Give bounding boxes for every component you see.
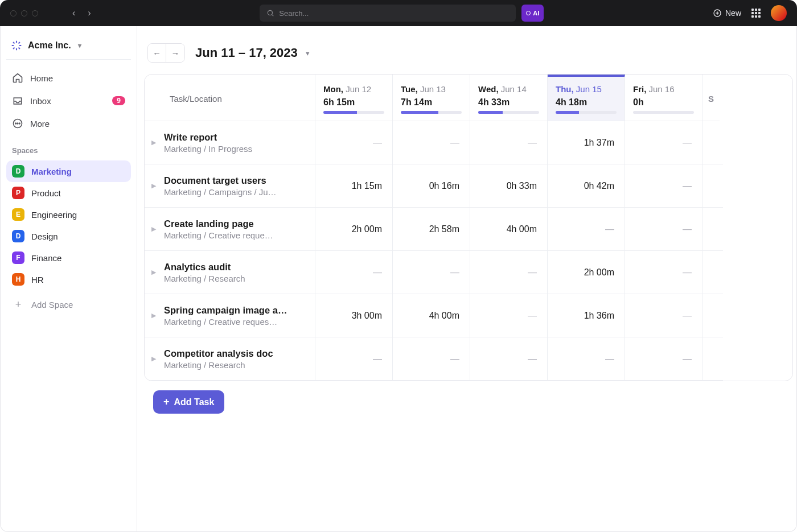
time-cell[interactable]: 2h 58m bbox=[393, 208, 470, 251]
search-input[interactable]: Search... bbox=[260, 5, 516, 22]
expand-icon[interactable]: ▶ bbox=[151, 139, 159, 146]
time-cell-overflow bbox=[702, 208, 723, 251]
time-cell[interactable]: 2h 00m bbox=[315, 208, 393, 251]
time-cell[interactable]: 2h 00m bbox=[548, 251, 625, 294]
task-cell[interactable]: ▶Analytics auditMarketing / Research bbox=[145, 251, 315, 294]
time-cell[interactable]: — bbox=[548, 337, 625, 381]
time-cell[interactable]: — bbox=[625, 251, 702, 294]
space-item-marketing[interactable]: DMarketing bbox=[6, 160, 131, 182]
task-cell[interactable]: ▶Competitor analysis docMarketing / Rese… bbox=[145, 337, 315, 381]
day-total: 6h 15m bbox=[323, 97, 384, 108]
space-item-product[interactable]: PProduct bbox=[6, 182, 131, 204]
time-cell[interactable]: — bbox=[315, 337, 393, 381]
add-task-button[interactable]: + Add Task bbox=[153, 390, 224, 414]
time-cell[interactable]: — bbox=[315, 121, 393, 164]
time-cell[interactable]: 0h 42m bbox=[548, 164, 625, 208]
plus-icon: + bbox=[12, 298, 24, 311]
task-cell[interactable]: ▶Document target usersMarketing / Campai… bbox=[145, 164, 315, 208]
space-item-design[interactable]: DDesign bbox=[6, 225, 131, 247]
nav-home[interactable]: Home bbox=[6, 68, 131, 88]
task-cell[interactable]: ▶Create landing pageMarketing / Creative… bbox=[145, 208, 315, 251]
time-cell[interactable]: — bbox=[393, 121, 470, 164]
ai-button[interactable]: AI bbox=[521, 5, 544, 22]
time-cell[interactable]: — bbox=[625, 337, 702, 381]
task-name: Spring campaign image a… bbox=[164, 305, 287, 316]
day-column-header[interactable]: Tue, Jun 137h 14m bbox=[393, 75, 470, 121]
time-cell[interactable]: — bbox=[625, 164, 702, 208]
task-cell[interactable]: ▶Spring campaign image a…Marketing / Cre… bbox=[145, 294, 315, 337]
chevron-down-icon[interactable]: ▾ bbox=[306, 49, 310, 57]
expand-icon[interactable]: ▶ bbox=[151, 182, 159, 189]
time-cell[interactable]: — bbox=[470, 337, 548, 381]
svg-line-8 bbox=[19, 48, 20, 49]
nav-more[interactable]: More bbox=[6, 113, 131, 134]
time-cell[interactable]: — bbox=[548, 208, 625, 251]
search-placeholder: Search... bbox=[279, 9, 309, 18]
time-cell[interactable]: — bbox=[625, 294, 702, 337]
workspace-switcher[interactable]: Acme Inc. ▾ bbox=[6, 36, 131, 60]
task-row: ▶Write reportMarketing / In Progress———1… bbox=[145, 121, 792, 164]
svg-point-15 bbox=[17, 123, 18, 124]
traffic-minimize[interactable] bbox=[21, 10, 27, 17]
svg-line-1 bbox=[272, 15, 274, 17]
expand-icon[interactable]: ▶ bbox=[151, 355, 159, 362]
day-column-header[interactable]: Fri, Jun 160h bbox=[625, 75, 702, 121]
task-path: Marketing / In Progress bbox=[164, 144, 252, 154]
day-progress-bar bbox=[323, 111, 384, 114]
avatar[interactable] bbox=[771, 5, 787, 21]
expand-icon[interactable]: ▶ bbox=[151, 269, 159, 276]
time-cell[interactable]: 1h 36m bbox=[548, 294, 625, 337]
task-path: Marketing / Creative reques… bbox=[164, 317, 287, 327]
day-total: 7h 14m bbox=[401, 97, 462, 108]
time-cell[interactable]: 3h 00m bbox=[315, 294, 393, 337]
time-cell[interactable]: — bbox=[315, 251, 393, 294]
space-item-hr[interactable]: HHR bbox=[6, 269, 131, 290]
expand-icon[interactable]: ▶ bbox=[151, 312, 159, 319]
task-row: ▶Spring campaign image a…Marketing / Cre… bbox=[145, 294, 792, 337]
time-cell[interactable]: — bbox=[625, 121, 702, 164]
time-cell[interactable]: — bbox=[470, 251, 548, 294]
time-cell[interactable]: — bbox=[625, 208, 702, 251]
time-cell[interactable]: 1h 15m bbox=[315, 164, 393, 208]
time-cell[interactable]: — bbox=[470, 121, 548, 164]
space-badge: D bbox=[12, 165, 24, 178]
day-column-header[interactable]: Thu, Jun 154h 18m bbox=[548, 75, 625, 121]
back-button[interactable]: ‹ bbox=[72, 8, 75, 18]
day-progress-bar bbox=[478, 111, 539, 114]
time-cell[interactable]: 0h 33m bbox=[470, 164, 548, 208]
workspace-name: Acme Inc. bbox=[28, 40, 71, 51]
traffic-close[interactable] bbox=[10, 10, 17, 17]
traffic-maximize[interactable] bbox=[32, 10, 38, 17]
add-space-button[interactable]: + Add Space bbox=[6, 292, 131, 316]
nav-inbox-label: Inbox bbox=[30, 96, 51, 106]
expand-icon[interactable]: ▶ bbox=[151, 225, 159, 233]
time-cell[interactable]: 4h 00m bbox=[470, 208, 548, 251]
day-total: 4h 33m bbox=[478, 97, 539, 108]
spaces-section-label: Spaces bbox=[6, 136, 131, 158]
space-item-finance[interactable]: FFinance bbox=[6, 247, 131, 269]
task-name: Create landing page bbox=[164, 218, 273, 229]
space-label: HR bbox=[31, 275, 44, 284]
day-column-header[interactable]: Mon, Jun 126h 15m bbox=[315, 75, 393, 121]
nav-inbox[interactable]: Inbox 9 bbox=[6, 90, 131, 111]
titlebar: ‹ › Search... AI New bbox=[0, 0, 797, 26]
inbox-badge: 9 bbox=[112, 96, 125, 105]
timesheet-toolbar: ← → Jun 11 – 17, 2023 ▾ bbox=[144, 43, 793, 63]
time-cell[interactable]: — bbox=[470, 294, 548, 337]
apps-icon[interactable] bbox=[751, 9, 761, 18]
time-cell[interactable]: — bbox=[393, 337, 470, 381]
time-cell[interactable]: 1h 37m bbox=[548, 121, 625, 164]
time-cell[interactable]: 4h 00m bbox=[393, 294, 470, 337]
time-cell-overflow bbox=[702, 251, 723, 294]
prev-week-button[interactable]: ← bbox=[148, 44, 166, 62]
time-cell[interactable]: — bbox=[393, 251, 470, 294]
day-column-header[interactable]: Wed, Jun 144h 33m bbox=[470, 75, 548, 121]
space-item-engineering[interactable]: EEngineering bbox=[6, 204, 131, 225]
new-button[interactable]: New bbox=[713, 9, 741, 18]
date-range-label: Jun 11 – 17, 2023 bbox=[195, 46, 298, 60]
next-week-button[interactable]: → bbox=[166, 44, 184, 62]
plus-circle-icon bbox=[713, 9, 722, 18]
task-cell[interactable]: ▶Write reportMarketing / In Progress bbox=[145, 121, 315, 164]
history-nav: ‹ › bbox=[72, 8, 91, 18]
time-cell[interactable]: 0h 16m bbox=[393, 164, 470, 208]
